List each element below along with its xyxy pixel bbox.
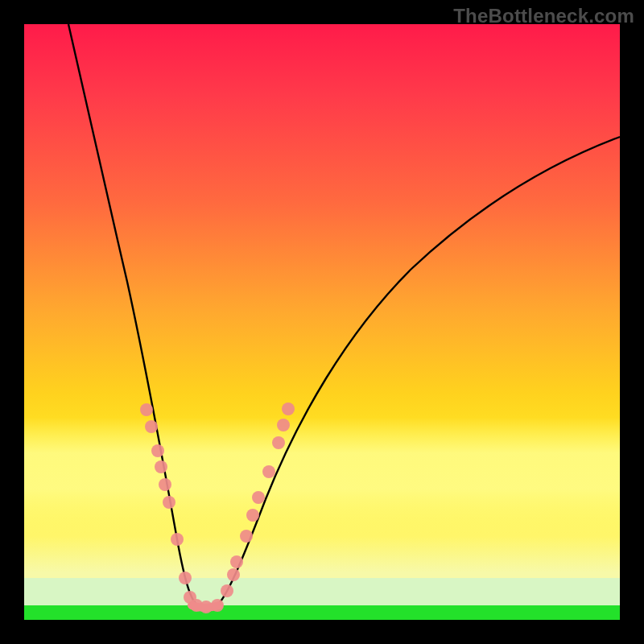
gradient-plot-area xyxy=(24,24,620,620)
chart-stage: TheBottleneck.com xyxy=(0,0,644,644)
watermark-text: TheBottleneck.com xyxy=(453,5,634,27)
